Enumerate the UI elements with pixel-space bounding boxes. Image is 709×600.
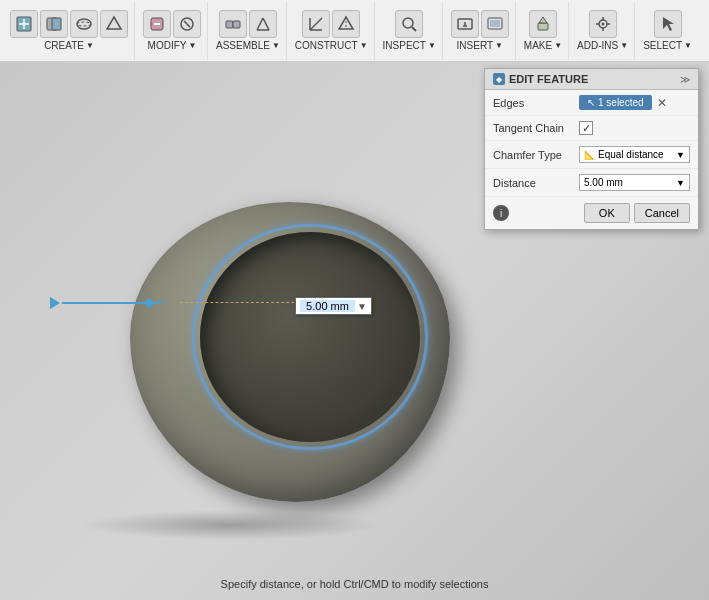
svg-point-23 xyxy=(403,18,413,28)
toolbar-group-modify: MODIFY ▼ xyxy=(137,2,208,60)
select-arrow: ▼ xyxy=(684,41,692,50)
distance-value-row: 5.00 mm ▼ xyxy=(579,174,690,191)
modify-arrow: ▼ xyxy=(188,41,196,50)
inspect-arrow: ▼ xyxy=(428,41,436,50)
svg-point-5 xyxy=(77,19,91,29)
panel-action-buttons: OK Cancel xyxy=(584,203,690,223)
svg-rect-4 xyxy=(52,18,61,30)
panel-row-tangent: Tangent Chain ✓ xyxy=(485,116,698,141)
svg-point-33 xyxy=(601,23,604,26)
edges-clear-button[interactable]: ✕ xyxy=(655,96,669,110)
create-icon-4[interactable] xyxy=(100,10,128,38)
edges-selected-button[interactable]: ↖ 1 selected xyxy=(579,95,652,110)
modify-label[interactable]: MODIFY ▼ xyxy=(148,40,197,51)
toolbar-group-addins: ADD-INS ▼ xyxy=(571,2,635,60)
panel-buttons-row: i OK Cancel xyxy=(485,197,698,229)
panel-row-chamfer-type: Chamfer Type 📐 Equal distance ▼ xyxy=(485,141,698,169)
create-arrow: ▼ xyxy=(86,41,94,50)
inspect-label[interactable]: INSPECT ▼ xyxy=(383,40,436,51)
cursor-icon: ↖ xyxy=(587,97,595,108)
chamfer-type-value: 📐 Equal distance ▼ xyxy=(579,146,690,163)
addins-label[interactable]: ADD-INS ▼ xyxy=(577,40,628,51)
assemble-label[interactable]: ASSEMBLE ▼ xyxy=(216,40,280,51)
insert-icon-2[interactable] xyxy=(481,10,509,38)
addins-icon-1[interactable] xyxy=(589,10,617,38)
distance-field[interactable]: 5.00 mm ▼ xyxy=(579,174,690,191)
chamfer-edge-highlight xyxy=(192,224,428,450)
distance-dropdown-arrow[interactable]: ▼ xyxy=(357,301,367,312)
create-label[interactable]: CREATE ▼ xyxy=(44,40,94,51)
info-icon[interactable]: i xyxy=(493,205,509,221)
edges-label: Edges xyxy=(493,97,573,109)
panel-header: ◆ EDIT FEATURE ≫ xyxy=(485,69,698,90)
create-icon-3[interactable] xyxy=(70,10,98,38)
panel-expand-icon[interactable]: ≫ xyxy=(680,74,690,85)
svg-marker-7 xyxy=(107,17,121,29)
make-arrow: ▼ xyxy=(554,41,562,50)
toolbar-group-create: CREATE ▼ xyxy=(4,2,135,60)
tangent-checkbox[interactable]: ✓ xyxy=(579,121,593,135)
toolbar-group-insert: INSERT ▼ xyxy=(445,2,516,60)
construct-icon-1[interactable] xyxy=(302,10,330,38)
modify-icon-1[interactable] xyxy=(143,10,171,38)
cancel-button[interactable]: Cancel xyxy=(634,203,690,223)
chamfer-type-dropdown-icon: 📐 xyxy=(584,150,595,160)
assemble-icon-2[interactable] xyxy=(249,10,277,38)
panel-row-edges: Edges ↖ 1 selected ✕ xyxy=(485,90,698,116)
create-icon-1[interactable] xyxy=(10,10,38,38)
distance-dropdown-arrow-icon: ▼ xyxy=(676,178,685,188)
toolbar-group-assemble: ASSEMBLE ▼ xyxy=(210,2,287,60)
ok-button[interactable]: OK xyxy=(584,203,630,223)
svg-marker-31 xyxy=(539,17,547,23)
distance-value-input[interactable]: 5.00 mm xyxy=(300,300,355,312)
select-icon-1[interactable] xyxy=(654,10,682,38)
svg-line-24 xyxy=(412,27,416,31)
toolbar-group-make: MAKE ▼ xyxy=(518,2,569,60)
3d-shape xyxy=(120,182,480,522)
chamfer-type-dropdown[interactable]: 📐 Equal distance ▼ xyxy=(579,146,690,163)
svg-rect-13 xyxy=(233,21,240,28)
modify-icon-2[interactable] xyxy=(173,10,201,38)
assemble-icon-1[interactable] xyxy=(219,10,247,38)
object-shadow xyxy=(80,510,380,540)
inspect-icon-1[interactable] xyxy=(395,10,423,38)
edit-feature-panel: ◆ EDIT FEATURE ≫ Edges ↖ 1 selected ✕ Ta… xyxy=(484,68,699,230)
tangent-value: ✓ xyxy=(579,121,690,135)
construct-arrow: ▼ xyxy=(360,41,368,50)
construct-label[interactable]: CONSTRUCT ▼ xyxy=(295,40,368,51)
svg-marker-38 xyxy=(663,17,674,31)
make-label[interactable]: MAKE ▼ xyxy=(524,40,562,51)
panel-blue-icon: ◆ xyxy=(493,73,505,85)
distance-label: Distance xyxy=(493,177,573,189)
insert-label[interactable]: INSERT ▼ xyxy=(457,40,503,51)
svg-rect-12 xyxy=(226,21,233,28)
edges-value: ↖ 1 selected ✕ xyxy=(579,95,690,110)
svg-line-15 xyxy=(257,18,263,30)
toolbar-group-select: SELECT ▼ xyxy=(637,2,698,60)
assemble-arrow: ▼ xyxy=(272,41,280,50)
svg-point-6 xyxy=(77,22,91,26)
svg-line-11 xyxy=(184,21,190,27)
make-icon-1[interactable] xyxy=(529,10,557,38)
viewport-distance-input[interactable]: 5.00 mm ▼ xyxy=(295,297,372,315)
toolbar-group-inspect: INSPECT ▼ xyxy=(377,2,443,60)
create-icon-2[interactable] xyxy=(40,10,68,38)
select-label[interactable]: SELECT ▼ xyxy=(643,40,692,51)
arrow-dot xyxy=(145,299,153,307)
construct-icon-2[interactable] xyxy=(332,10,360,38)
chamfer-dropdown-arrow-icon: ▼ xyxy=(676,150,685,160)
insert-arrow: ▼ xyxy=(495,41,503,50)
chamfer-type-label: Chamfer Type xyxy=(493,149,573,161)
tangent-checkbox-container[interactable]: ✓ xyxy=(579,121,593,135)
insert-icon-1[interactable] xyxy=(451,10,479,38)
svg-line-18 xyxy=(310,18,322,30)
arrow-head-icon xyxy=(50,297,60,309)
toolbar-group-construct: CONSTRUCT ▼ xyxy=(289,2,375,60)
3d-object-area: 5.00 mm ▼ xyxy=(80,142,460,522)
distance-arrow xyxy=(50,297,162,309)
svg-rect-30 xyxy=(538,23,548,30)
svg-line-16 xyxy=(263,18,269,30)
panel-row-distance: Distance 5.00 mm ▼ xyxy=(485,169,698,197)
addins-arrow: ▼ xyxy=(620,41,628,50)
status-bar: Specify distance, or hold Ctrl/CMD to mo… xyxy=(0,578,709,590)
